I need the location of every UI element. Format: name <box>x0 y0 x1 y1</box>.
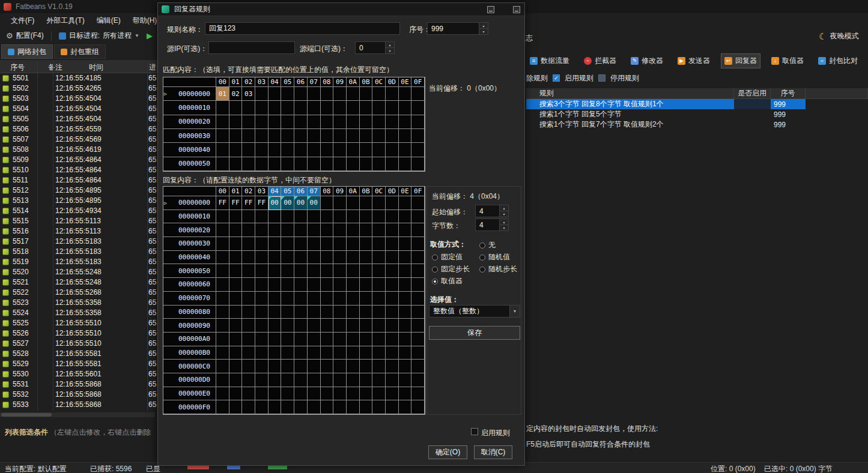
hex-byte-cell[interactable] <box>372 129 386 143</box>
hex-byte-cell[interactable] <box>333 292 347 306</box>
hex-byte-cell[interactable] <box>269 306 282 319</box>
col-header-time[interactable]: 时间 <box>89 62 103 73</box>
hex-byte-cell[interactable] <box>229 319 243 333</box>
hex-byte-cell[interactable] <box>372 237 386 251</box>
hex-byte-cell[interactable] <box>321 237 334 251</box>
hex-byte-cell[interactable] <box>216 101 229 115</box>
disable-rule-label[interactable]: 停用规则 <box>610 73 639 83</box>
hex-byte-cell[interactable] <box>255 292 269 306</box>
hex-byte-cell[interactable] <box>411 223 425 237</box>
hex-byte-cell[interactable] <box>242 143 255 157</box>
hex-byte-cell[interactable] <box>216 157 229 171</box>
hex-byte-cell[interactable] <box>308 292 321 306</box>
hex-byte-cell[interactable] <box>333 319 347 333</box>
hex-byte-cell[interactable] <box>308 101 321 115</box>
hex-byte-cell[interactable] <box>360 292 373 306</box>
hex-byte-cell[interactable] <box>386 319 399 333</box>
hex-byte-cell[interactable] <box>281 251 294 265</box>
hex-byte-cell[interactable]: 03 <box>242 87 255 101</box>
step-down-icon[interactable]: ▾ <box>479 28 488 34</box>
hex-byte-cell[interactable] <box>321 129 334 143</box>
hex-byte-cell[interactable] <box>399 306 412 319</box>
hex-byte-cell[interactable] <box>281 129 294 143</box>
hex-byte-cell[interactable] <box>269 373 282 387</box>
minimize-button[interactable] <box>487 6 494 13</box>
hex-byte-cell[interactable] <box>411 292 425 306</box>
hex-byte-cell[interactable] <box>321 400 334 414</box>
hex-byte-cell[interactable] <box>360 196 373 210</box>
hex-byte-cell[interactable] <box>255 129 269 143</box>
stepper-arrows[interactable]: ▴▾ <box>479 23 488 34</box>
hex-byte-cell[interactable] <box>229 373 243 387</box>
packet-row[interactable]: 551612:16:55:511365 <box>0 226 158 237</box>
hex-byte-cell[interactable] <box>294 115 308 129</box>
hex-byte-cell[interactable] <box>399 346 412 360</box>
hex-byte-cell[interactable] <box>281 223 294 237</box>
packet-row[interactable]: 551812:16:55:518365 <box>0 247 158 257</box>
hex-byte-cell[interactable] <box>347 278 360 292</box>
hex-byte-cell[interactable] <box>333 346 347 360</box>
hex-byte-cell[interactable] <box>347 333 360 346</box>
hex-byte-cell[interactable] <box>372 196 386 210</box>
hex-byte-cell[interactable] <box>269 223 282 237</box>
hex-byte-cell[interactable] <box>255 278 269 292</box>
hex-byte-cell[interactable] <box>308 157 321 171</box>
hex-byte-cell[interactable] <box>386 223 399 237</box>
tool-button[interactable]: ▶发送器 <box>674 53 714 68</box>
hex-byte-cell[interactable]: FF <box>229 196 243 210</box>
packet-row[interactable]: 553212:16:55:586865 <box>0 390 158 400</box>
hex-byte-cell[interactable] <box>294 306 308 319</box>
hex-byte-cell[interactable] <box>294 129 308 143</box>
packet-row[interactable]: 551512:16:55:511365 <box>0 216 158 226</box>
hex-byte-cell[interactable] <box>281 264 294 278</box>
hex-byte-cell[interactable] <box>216 373 229 387</box>
hex-byte-cell[interactable] <box>242 373 255 387</box>
hex-byte-cell[interactable]: 01 <box>216 87 229 101</box>
hex-byte-cell[interactable] <box>216 360 229 373</box>
tool-button[interactable]: ↓取值器 <box>768 53 807 68</box>
hex-byte-cell[interactable] <box>321 292 334 306</box>
hex-byte-cell[interactable] <box>308 87 321 101</box>
hex-byte-cell[interactable] <box>360 278 373 292</box>
dialog-enable-rule-checkbox[interactable] <box>471 428 478 435</box>
hex-byte-cell[interactable] <box>269 129 282 143</box>
hex-byte-cell[interactable] <box>386 115 399 129</box>
hex-byte-cell[interactable] <box>308 333 321 346</box>
hex-byte-cell[interactable] <box>399 373 412 387</box>
step-up-icon[interactable]: ▴ <box>479 23 488 28</box>
hex-byte-cell[interactable] <box>399 278 412 292</box>
hex-byte-cell[interactable] <box>308 373 321 387</box>
hex-byte-cell[interactable] <box>294 387 308 401</box>
packet-row[interactable]: 552912:16:55:558165 <box>0 359 158 369</box>
stepper-arrows[interactable]: ▴▾ <box>385 42 394 53</box>
hex-byte-cell[interactable] <box>386 210 399 224</box>
hex-byte-cell[interactable] <box>333 196 347 210</box>
hex-byte-cell[interactable] <box>399 87 412 101</box>
packet-row[interactable]: 553112:16:55:586865 <box>0 379 158 390</box>
hex-byte-cell[interactable] <box>242 346 255 360</box>
hex-byte-cell[interactable] <box>386 129 399 143</box>
hex-byte-cell[interactable] <box>347 319 360 333</box>
hex-byte-cell[interactable] <box>360 264 373 278</box>
hex-byte-cell[interactable] <box>321 333 334 346</box>
hex-byte-cell[interactable] <box>399 129 412 143</box>
src-port-stepper[interactable]: 0 ▴▾ <box>355 41 395 54</box>
hex-byte-cell[interactable] <box>216 400 229 414</box>
hex-byte-cell[interactable] <box>255 373 269 387</box>
packet-row[interactable]: 550412:16:55:450465 <box>0 104 158 114</box>
ok-button[interactable]: 确定(O) <box>428 445 467 459</box>
packet-row[interactable]: 551712:16:55:518365 <box>0 237 158 247</box>
start-offset-value[interactable]: 4 <box>476 205 499 217</box>
radio-none[interactable]: 无 <box>479 240 496 250</box>
hex-byte-cell[interactable] <box>333 87 347 101</box>
hex-byte-cell[interactable] <box>269 360 282 373</box>
hex-byte-cell[interactable] <box>242 237 255 251</box>
packet-row[interactable]: 550912:16:55:486465 <box>0 155 158 165</box>
packet-row[interactable]: 550212:16:55:426565 <box>0 83 158 94</box>
hex-byte-cell[interactable] <box>269 278 282 292</box>
hex-byte-cell[interactable] <box>242 292 255 306</box>
hex-byte-cell[interactable] <box>294 143 308 157</box>
hex-byte-cell[interactable] <box>255 264 269 278</box>
hex-byte-cell[interactable] <box>216 129 229 143</box>
dialog-titlebar[interactable]: 回复器规则 <box>158 3 524 16</box>
